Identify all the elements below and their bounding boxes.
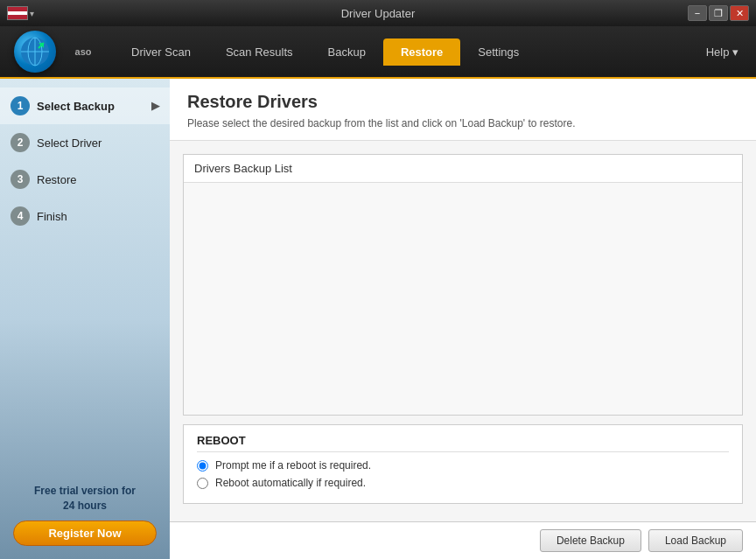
sidebar-arrow: ▶ [151, 100, 159, 112]
step-3-circle: 3 [10, 170, 30, 189]
content-body: Drivers Backup List REBOOT Prompt me if … [170, 141, 756, 521]
tab-restore[interactable]: Restore [383, 38, 460, 66]
sidebar-item-finish[interactable]: 4 Finish [0, 198, 170, 234]
step-1-circle: 1 [10, 96, 30, 115]
step-2-circle: 2 [10, 133, 30, 152]
load-backup-button[interactable]: Load Backup [648, 529, 743, 552]
minimize-button[interactable]: − [688, 5, 707, 21]
aso-label: aso [66, 46, 101, 57]
auto-reboot-label: Reboot automatically if required. [215, 477, 366, 489]
window-controls: − ❐ ✕ [688, 5, 749, 21]
app-logo [9, 28, 61, 76]
help-button[interactable]: Help ▾ [697, 41, 747, 63]
close-button[interactable]: ✕ [730, 5, 749, 21]
register-now-button[interactable]: Register Now [13, 521, 157, 546]
tab-settings[interactable]: Settings [460, 38, 536, 66]
tab-scan-results[interactable]: Scan Results [208, 38, 311, 66]
main-container: 1 Select Backup ▶ 2 Select Driver 3 Rest… [0, 79, 756, 559]
reboot-section: REBOOT Prompt me if a reboot is required… [183, 424, 743, 504]
sidebar-item-select-backup[interactable]: 1 Select Backup ▶ [0, 87, 170, 124]
prompt-reboot-radio[interactable] [197, 460, 208, 472]
sidebar-item-restore-label: Restore [37, 173, 77, 186]
nav-tabs: Driver Scan Scan Results Backup Restore … [114, 38, 697, 66]
nav-bar: aso Driver Scan Scan Results Backup Rest… [0, 26, 756, 79]
content-footer: Delete Backup Load Backup [170, 521, 756, 559]
sidebar-bottom: Free trial version for24 hours Register … [0, 471, 170, 559]
sidebar-item-restore[interactable]: 3 Restore [0, 161, 170, 198]
page-subtitle: Please select the desired backup from th… [187, 117, 738, 129]
sidebar-item-select-driver-label: Select Driver [37, 136, 102, 150]
backup-list-header: Drivers Backup List [184, 155, 742, 183]
auto-reboot-radio[interactable] [197, 478, 208, 489]
sidebar-item-select-driver[interactable]: 2 Select Driver [0, 124, 170, 161]
delete-backup-button[interactable]: Delete Backup [540, 529, 641, 552]
globe-icon [14, 31, 56, 73]
flag-icon: ▾ [7, 6, 34, 20]
prompt-reboot-option: Prompt me if a reboot is required. [197, 459, 729, 472]
tab-backup[interactable]: Backup [311, 38, 383, 66]
trial-text: Free trial version for24 hours [34, 485, 136, 512]
page-title: Restore Drivers [187, 92, 738, 112]
reboot-title: REBOOT [197, 434, 729, 452]
tab-driver-scan[interactable]: Driver Scan [114, 38, 208, 66]
backup-list-body [184, 183, 742, 415]
auto-reboot-option: Reboot automatically if required. [197, 477, 729, 489]
sidebar: 1 Select Backup ▶ 2 Select Driver 3 Rest… [0, 79, 170, 559]
content-header: Restore Drivers Please select the desire… [170, 79, 756, 141]
backup-list-container: Drivers Backup List [183, 154, 743, 416]
title-bar: ▾ Driver Updater − ❐ ✕ [0, 0, 756, 26]
restore-button[interactable]: ❐ [709, 5, 728, 21]
prompt-reboot-label: Prompt me if a reboot is required. [215, 459, 371, 472]
free-trial-text: Free trial version for24 hours [13, 484, 157, 514]
content-area: Restore Drivers Please select the desire… [170, 79, 756, 559]
sidebar-item-finish-label: Finish [37, 210, 67, 223]
step-4-circle: 4 [10, 206, 30, 226]
sidebar-item-select-backup-label: Select Backup [37, 100, 115, 113]
app-title: Driver Updater [341, 7, 416, 20]
